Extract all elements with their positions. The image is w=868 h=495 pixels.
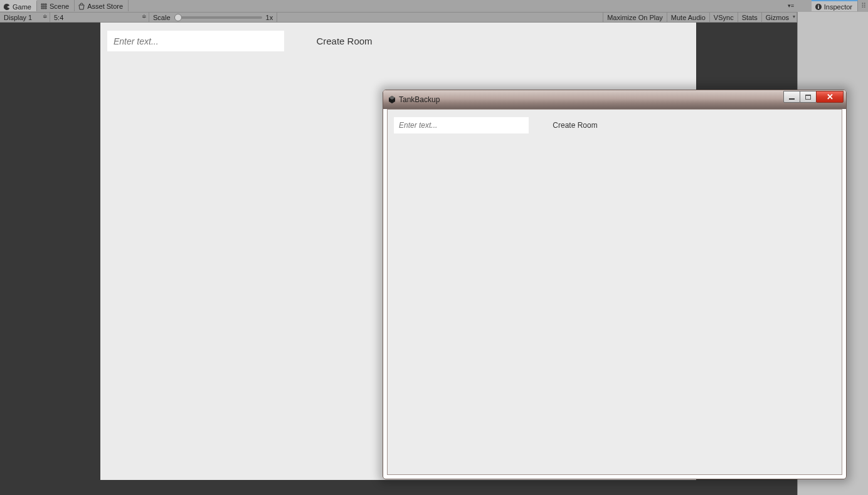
standalone-room-name-input[interactable] xyxy=(394,117,529,133)
standalone-body: Create Room xyxy=(387,109,842,475)
scale-slider-group: Scale 1x xyxy=(149,13,277,22)
maximize-icon xyxy=(805,95,811,100)
standalone-player-window: TankBackup ✕ Create Room xyxy=(383,90,847,479)
info-icon xyxy=(815,3,822,11)
game-view-toolbar: Display 1 5:4 Scale 1x Maximize On Play … xyxy=(0,12,868,23)
scale-slider-thumb[interactable] xyxy=(174,14,182,21)
gizmos-label: Gizmos xyxy=(766,14,789,21)
room-name-input[interactable] xyxy=(107,31,284,51)
minimize-button[interactable] xyxy=(783,91,800,103)
minimize-icon xyxy=(789,98,795,100)
window-title: TankBackup xyxy=(399,95,440,104)
display-label: Display 1 xyxy=(4,14,32,21)
pacman-icon xyxy=(3,3,11,11)
vsync-toggle[interactable]: VSync xyxy=(709,13,738,22)
aspect-dropdown[interactable]: 5:4 xyxy=(50,13,149,22)
panel-drag-handle-icon[interactable]: ⠿ xyxy=(859,0,868,11)
stats-label: Stats xyxy=(742,14,758,21)
maximize-button[interactable] xyxy=(800,91,817,103)
gizmos-dropdown[interactable]: Gizmos xyxy=(761,13,797,22)
close-icon: ✕ xyxy=(827,93,834,101)
vsync-label: VSync xyxy=(714,14,734,21)
window-titlebar[interactable]: TankBackup ✕ xyxy=(383,90,846,109)
mute-label: Mute Audio xyxy=(671,14,706,21)
tab-asset-store[interactable]: Asset Store xyxy=(75,0,129,11)
create-room-label: Create Room xyxy=(316,36,372,46)
editor-tab-strip: Game Scene Asset Store ▾≡ Inspector ⠿ xyxy=(0,0,868,12)
unity-logo-icon xyxy=(388,95,396,104)
tab-label: Inspector xyxy=(824,3,852,11)
maximize-label: Maximize On Play xyxy=(607,14,663,21)
stats-toggle[interactable]: Stats xyxy=(738,13,761,22)
standalone-create-room-button[interactable]: Create Room xyxy=(532,117,618,133)
svg-point-1 xyxy=(818,5,819,6)
tab-label: Game xyxy=(13,3,31,11)
window-control-buttons: ✕ xyxy=(783,90,844,109)
tab-inspector[interactable]: Inspector xyxy=(812,0,858,11)
display-dropdown[interactable]: Display 1 xyxy=(0,13,50,22)
svg-rect-2 xyxy=(818,6,819,9)
mute-audio-toggle[interactable]: Mute Audio xyxy=(667,13,709,22)
shopping-bag-icon xyxy=(78,3,85,10)
create-room-button[interactable]: Create Room xyxy=(289,31,400,51)
panel-options-icon[interactable]: ▾≡ xyxy=(785,0,797,11)
scale-slider[interactable] xyxy=(174,16,262,19)
standalone-create-room-label: Create Room xyxy=(553,121,597,130)
grid-icon xyxy=(40,3,48,10)
scale-value: 1x xyxy=(266,14,273,21)
aspect-label: 5:4 xyxy=(54,14,63,21)
tab-label: Asset Store xyxy=(87,3,123,10)
scale-label: Scale xyxy=(153,14,171,21)
tab-game[interactable]: Game xyxy=(0,0,37,11)
tab-scene[interactable]: Scene xyxy=(37,0,75,11)
maximize-on-play-toggle[interactable]: Maximize On Play xyxy=(603,13,667,22)
tab-label: Scene xyxy=(50,3,69,10)
close-button[interactable]: ✕ xyxy=(816,91,844,103)
